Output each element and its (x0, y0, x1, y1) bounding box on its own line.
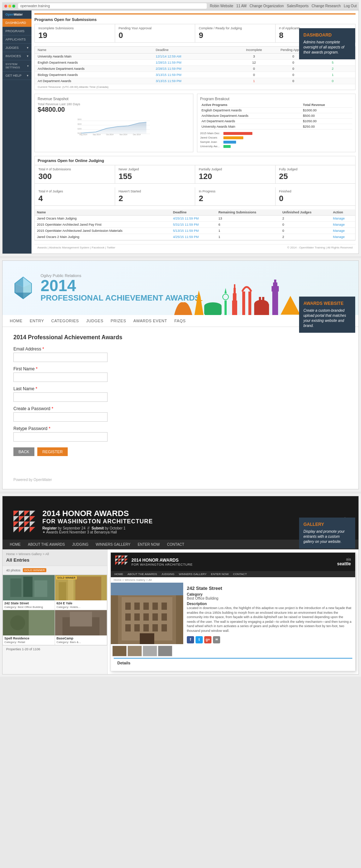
detail-text: 242 State Street Category Best Office Bu… (183, 583, 355, 658)
gallery-callout: GALLERY Display and promote your entrant… (299, 518, 355, 549)
svg-marker-50 (19, 522, 24, 527)
detail-section-title: Details (114, 658, 352, 667)
hero-subtitle: FOR WASHINGTON ARCHITECTURE (42, 518, 153, 525)
list-item[interactable]: BaseCamp Category: Bars &... (55, 610, 107, 645)
back-button[interactable]: BACK (13, 447, 34, 456)
dashboard-callout: DASHBOARD Admins have complete oversight… (299, 28, 355, 59)
nav-faqs[interactable]: FAQS (174, 319, 185, 323)
svg-rect-67 (29, 610, 55, 635)
judging-table: Name Deadline Remaining Submissions Unfi… (35, 209, 355, 240)
stat-partially-judged: Partially Judged 120 (195, 165, 276, 183)
detail-desc-label: Description (187, 602, 352, 606)
svg-marker-53 (13, 527, 19, 532)
hero-year-title: 2014 HONOR AWARDS (42, 509, 153, 518)
retype-password-group: Retype Password * (13, 426, 348, 442)
svg-rect-88 (134, 603, 140, 610)
svg-point-68 (10, 616, 25, 630)
svg-text:$100: $100 (77, 132, 81, 134)
browser-url: openwater.training (18, 3, 207, 9)
google-plus-icon[interactable]: g+ (204, 636, 211, 643)
gallery-detail: 2014 HONOR AWARDS FOR WASHINGTON ARCHITE… (108, 549, 358, 674)
nav-judges[interactable]: JUDGES (86, 319, 104, 323)
retype-password-field[interactable] (13, 432, 108, 442)
gallery-nav-enter[interactable]: ENTER NOW (138, 542, 160, 546)
password-field[interactable] (13, 412, 108, 422)
nav-categories[interactable]: CATEGORIES (51, 319, 79, 323)
svg-marker-75 (125, 556, 128, 559)
email-field[interactable] (13, 353, 108, 362)
svg-point-25 (223, 294, 228, 300)
item-category: Category: Best Office Building (3, 605, 55, 610)
list-item[interactable]: 242 State Street Category: Best Office B… (3, 575, 55, 610)
gallery-nav-home[interactable]: HOME (10, 542, 21, 546)
manage-link[interactable]: Manage (333, 235, 345, 239)
svg-rect-101 (161, 624, 167, 631)
svg-rect-102 (140, 633, 154, 644)
stat-never-judged: Never Judged 155 (115, 165, 196, 183)
gallery-grid: 242 State Street Category: Best Office B… (3, 575, 107, 645)
registration-form: 2014 Professional Achievement Awards Ema… (3, 327, 358, 463)
sidebar-item-dashboard[interactable]: DASHBOARD (3, 19, 32, 27)
detail-thumbnails (111, 644, 183, 658)
svg-text:$800: $800 (77, 118, 81, 120)
sidebar-item-invoices[interactable]: INVOICES▾ (3, 52, 32, 60)
gallery-nav-contact[interactable]: CONTACT (167, 542, 184, 546)
nav-prizes[interactable]: PRIZES (111, 319, 126, 323)
breakout-bars: 2015 Main Dec Jared Oscars Sample Joan U… (200, 132, 353, 148)
svg-text:$600: $600 (77, 123, 81, 125)
list-item[interactable]: GOLD WINNER 624 E Yale Category: Hotels.… (55, 575, 107, 610)
browser-nav: Robin Website 11 AM Change Organization … (210, 4, 357, 8)
sidebar-item-system-settings[interactable]: SYSTEM SETTINGS▾ (3, 60, 32, 72)
svg-marker-76 (115, 559, 118, 562)
sidebar-item-get-help[interactable]: GET HELP▾ (3, 72, 32, 80)
manage-link[interactable]: Manage (333, 229, 345, 233)
nav-home[interactable]: HOME (10, 319, 22, 323)
firstname-field[interactable] (13, 373, 108, 382)
gold-badge: GOLD WINNER (56, 576, 77, 579)
table-row: English Department Awards 1/28/15 11:59 … (35, 60, 355, 66)
svg-marker-19 (15, 293, 32, 299)
svg-marker-45 (13, 516, 19, 522)
breadcrumb-detail: Home > Winners Gallery > All (111, 577, 355, 583)
gallery-list-panel: Home > Winners Gallery > All All Entries… (3, 549, 108, 674)
svg-point-23 (204, 302, 222, 310)
svg-marker-47 (24, 516, 30, 522)
register-button[interactable]: REGISTER (37, 447, 68, 456)
svg-marker-55 (24, 527, 30, 532)
form-buttons: BACK REGISTER (13, 447, 348, 456)
lastname-field[interactable] (13, 392, 108, 402)
sidebar-item-applicants[interactable]: APPLICANTS (3, 35, 32, 44)
svg-rect-29 (234, 284, 235, 290)
sidebar: OpenWater DASHBOARD PROGRAMS APPLICANTS … (3, 10, 32, 254)
sidebar-item-programs[interactable]: PROGRAMS (3, 27, 32, 35)
nav-entry[interactable]: ENTRY (30, 319, 44, 323)
twitter-icon[interactable]: t (196, 636, 203, 643)
gallery-nav-about[interactable]: ABOUT THE AWARDS (28, 542, 65, 546)
gallery-nav-winners[interactable]: WINNERS GALLERY (96, 542, 130, 546)
svg-rect-39 (274, 280, 276, 284)
facebook-icon[interactable]: f (187, 636, 194, 643)
detail-main-image (111, 583, 183, 644)
svg-marker-42 (19, 511, 24, 516)
manage-link[interactable]: Manage (333, 217, 345, 220)
item-category: Category: Hotels... (55, 605, 107, 610)
manage-link[interactable]: Manage (333, 223, 345, 226)
gallery-nav-judging[interactable]: JUDGING (72, 542, 88, 546)
sidebar-item-judges[interactable]: JUDGES▾ (3, 44, 32, 52)
table-row: Architecture Department Awards 2/28/15 1… (35, 66, 355, 72)
stat-total-judges: Total # of Judges 4 (35, 187, 115, 205)
svg-rect-105 (128, 646, 142, 656)
gallery-count: Properties 1-20 of 1106 (3, 645, 107, 653)
powered-by: Powered by OpenWater (3, 474, 358, 489)
svg-marker-40 (281, 296, 300, 315)
email-icon[interactable]: ✉ (213, 636, 220, 643)
svg-rect-100 (152, 624, 158, 631)
program-breakout: Program Breakout Active Programs Total R… (197, 94, 356, 152)
svg-marker-78 (122, 559, 125, 562)
nav-awards-event[interactable]: AWARDS EVENT (133, 319, 167, 323)
detail-category-value: Best Office Building (187, 596, 352, 600)
table-row: 2015 OpenWater Architected Jared Pay Fir… (35, 222, 355, 228)
accent-bar (34, 13, 356, 14)
svg-rect-35 (262, 297, 264, 306)
list-item[interactable]: Spell Residence Category: Retail (3, 610, 55, 645)
